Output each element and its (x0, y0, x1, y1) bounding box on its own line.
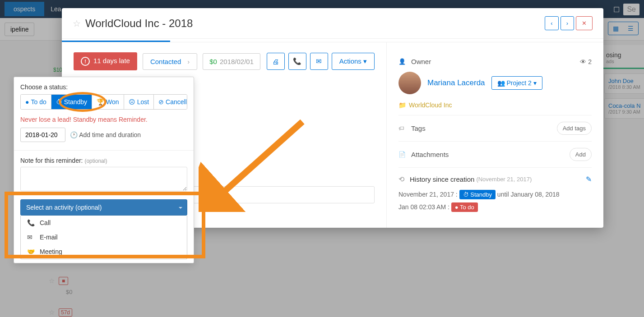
todo-badge: ● To do (451, 202, 478, 212)
close-button[interactable]: ✕ (576, 16, 593, 30)
history-line-2: Jan 08 02:03 AM : ● To do (398, 201, 592, 213)
right-actions: 🖨 📞 ✉ Actions ▾ (267, 53, 375, 70)
phone-icon: 📞 (27, 219, 34, 226)
chevron-right-icon: › (187, 58, 190, 65)
lead-title: WorldCloud Inc - 2018 (85, 17, 545, 30)
history-line-1: November 21, 2017 : ⏱ Standby until Janu… (398, 188, 592, 201)
folder-link[interactable]: 📁WorldCloud Inc (398, 101, 592, 115)
activity-option-call[interactable]: 📞Call (21, 216, 187, 230)
pencil-icon: ✎ (586, 175, 592, 183)
project-dropdown[interactable]: 👥 Project 2 ▾ (491, 76, 542, 90)
modal-header: ☆ WorldCloud Inc - 2018 ‹ › ✕ (62, 8, 603, 39)
late-status-button[interactable]: 11 days late (74, 52, 137, 70)
activity-dropdown-menu: 📞Call ✉E-mail 🤝Meeting (20, 216, 187, 259)
view-count: 👁 2 (580, 58, 592, 65)
owner-block: Mariana Lacerda 👥 Project 2 ▾ (398, 67, 592, 101)
status-won[interactable]: 🏆 Won (92, 95, 124, 109)
tag-icon: 🏷 (398, 125, 406, 132)
activity-option-meeting[interactable]: 🤝Meeting (21, 244, 187, 259)
favorite-star-icon[interactable]: ☆ (73, 18, 81, 29)
stage-button[interactable]: Contacted› (143, 53, 197, 70)
attachments-row: 📄Attachments Add (398, 142, 592, 168)
print-button[interactable]: 🖨 (267, 53, 285, 70)
call-button[interactable]: 📞 (288, 53, 306, 70)
standby-warning: Never lose a lead! Standby means Reminde… (20, 116, 187, 123)
status-popover: Choose a status: ● To do ⏱ Standby 🏆 Won… (14, 77, 194, 263)
status-row: 11 days late Contacted› $02018/02/01 🖨 📞… (74, 52, 375, 70)
add-time-link[interactable]: 🕐 Add time and duration (70, 131, 141, 138)
envelope-icon: ✉ (316, 57, 322, 65)
status-standby[interactable]: ⏱ Standby (51, 95, 92, 109)
owner-row: 👤Owner 👁 2 (398, 51, 592, 67)
history-icon: ⟲ (398, 175, 404, 184)
eye-icon: 👁 (580, 58, 586, 65)
choose-status-label: Choose a status: (20, 83, 187, 91)
status-options: ● To do ⏱ Standby 🏆 Won ☹ Lost ⊘ Cancell… (20, 94, 187, 110)
attachments-label: 📄Attachments (398, 151, 570, 158)
history-subtitle: (November 21, 2017) (476, 176, 532, 183)
activity-select[interactable]: Select an activity (optional) (20, 199, 187, 216)
date-row: 🕐 Add time and duration (20, 128, 187, 142)
separator (14, 150, 194, 151)
email-button[interactable]: ✉ (310, 53, 328, 70)
add-tags-button[interactable]: Add tags (557, 122, 592, 135)
file-icon: 📄 (398, 151, 406, 158)
activity-option-email[interactable]: ✉E-mail (21, 230, 187, 244)
status-todo[interactable]: ● To do (21, 95, 51, 109)
add-attachment-button[interactable]: Add (570, 148, 592, 161)
modal-tabs (62, 39, 603, 42)
owner-avatar (398, 72, 421, 94)
reminder-date-input[interactable] (20, 128, 65, 142)
amount-button[interactable]: $02018/02/01 (203, 53, 260, 70)
history-title: History since creation (410, 175, 474, 183)
edit-history-button[interactable]: ✎ (586, 175, 592, 184)
status-lost[interactable]: ☹ Lost (124, 95, 154, 109)
owner-name-link[interactable]: Mariana Lacerda (427, 78, 485, 87)
handshake-icon: 🤝 (27, 248, 34, 255)
printer-icon: 🖨 (272, 58, 279, 65)
folder-icon: 📁 (398, 101, 406, 109)
user-icon: 👤 (398, 58, 406, 65)
standby-badge: ⏱ Standby (459, 190, 496, 199)
clock-icon: 🕐 (70, 131, 78, 138)
modal-nav: ‹ › ✕ (545, 16, 593, 30)
history-header: ⟲ History since creation (November 21, 2… (398, 168, 592, 188)
actions-dropdown[interactable]: Actions ▾ (332, 53, 375, 70)
tags-label: 🏷Tags (398, 124, 557, 132)
prev-button[interactable]: ‹ (545, 16, 558, 30)
envelope-icon: ✉ (27, 234, 34, 241)
modal-right-pane: 👤Owner 👁 2 Mariana Lacerda 👥 Project 2 ▾… (387, 42, 603, 228)
users-icon: 👥 (497, 79, 505, 87)
note-label: Note for this reminder: (optional) (20, 157, 187, 164)
reminder-note-input[interactable] (20, 167, 187, 191)
next-button[interactable]: › (561, 16, 574, 30)
phone-icon: 📞 (293, 57, 301, 65)
tab-active[interactable] (62, 39, 170, 42)
owner-label: 👤Owner (398, 58, 580, 65)
status-cancelled[interactable]: ⊘ Cancelled (154, 95, 187, 109)
tags-row: 🏷Tags Add tags (398, 115, 592, 142)
